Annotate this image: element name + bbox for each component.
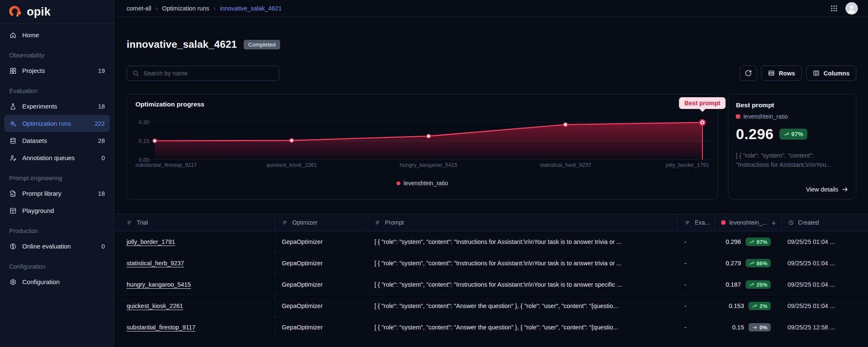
sidebar-item-count: 222 — [95, 120, 105, 127]
trend-up-icon — [749, 282, 754, 287]
delta-badge: 97% — [746, 238, 771, 246]
sidebar-item-experiments[interactable]: Experiments18 — [4, 98, 110, 115]
sidebar-item-label: Prompt library — [22, 190, 61, 197]
sidebar-item-count: 0 — [101, 243, 105, 250]
table-body: jolly_border_1791GepaOptimizer[ { "role"… — [115, 231, 868, 338]
sidebar-item-online-evaluation[interactable]: Online evaluation0 — [4, 238, 110, 255]
examples-cell: - — [678, 295, 714, 316]
trial-cell: statistical_herb_9237 — [115, 253, 275, 274]
examples-cell: - — [678, 253, 714, 274]
logo[interactable]: opik — [0, 0, 114, 24]
best-prompt-snippet: [ { "role": "system", "content": "Instru… — [736, 151, 848, 170]
breadcrumb-item[interactable]: innovative_salak_4621 — [220, 5, 282, 12]
trend-up-icon — [752, 303, 757, 309]
column-header-created[interactable]: Created — [781, 214, 868, 231]
sidebar-item-prompt-library[interactable]: Prompt library18 — [4, 185, 110, 202]
view-details-link[interactable]: View details — [806, 186, 848, 193]
sidebar-item-playground[interactable]: Playground — [4, 202, 110, 219]
sparkles-icon — [9, 120, 17, 127]
breadcrumb: comet-all›Optimization runs›innovative_s… — [127, 5, 282, 12]
columns-icon — [813, 70, 820, 77]
brain-icon — [9, 243, 17, 250]
optimizer-cell: GepaOptimizer — [275, 231, 368, 252]
trial-link[interactable]: substantial_firestop_9117 — [127, 324, 195, 331]
refresh-button[interactable] — [740, 65, 757, 81]
sidebar-item-annotation-queues[interactable]: Annotation queues0 — [4, 149, 110, 166]
score-cell: 0.18725% — [714, 274, 781, 295]
columns-button-label: Columns — [824, 70, 850, 77]
created-cell: 09/25/25 01:04 ... — [781, 295, 868, 316]
column-header-trial[interactable]: Trial — [115, 214, 275, 231]
delta-value: 97% — [756, 239, 767, 245]
score-cell: 0.1532% — [714, 295, 781, 316]
annotation-icon — [9, 154, 17, 162]
sidebar-item-count: 28 — [98, 137, 105, 144]
avatar[interactable] — [845, 2, 858, 15]
trial-link[interactable]: statistical_herb_9237 — [127, 260, 184, 267]
column-header-levenshtein[interactable]: levenshtein_... — [714, 214, 781, 231]
table-row[interactable]: substantial_firestop_9117GepaOptimizer[ … — [115, 317, 868, 338]
trend-up-icon — [784, 132, 789, 137]
home-icon — [9, 31, 17, 39]
sidebar-item-count: 18 — [98, 190, 105, 197]
sidebar-item-home[interactable]: Home — [4, 26, 110, 44]
table-row[interactable]: quickest_kiosk_2261GepaOptimizer[ { "rol… — [115, 295, 868, 317]
trial-cell: hungry_kangaroo_5415 — [115, 274, 275, 295]
score-value: 0.187 — [726, 281, 741, 288]
sidebar-section-header: Configuration — [4, 255, 110, 273]
optimization-progress-card: Optimization progress 0.000.150.30 subst… — [127, 94, 718, 199]
column-header-optimizer[interactable]: Optimizer — [275, 214, 368, 231]
sidebar-item-optimization-runs[interactable]: Optimization runs222 — [4, 115, 110, 132]
prompt-cell: [ { "role": "system", "content": "Answer… — [368, 317, 678, 338]
delta-badge: 2% — [748, 302, 771, 310]
sidebar-item-datasets[interactable]: Datasets28 — [4, 132, 110, 149]
sidebar-item-label: Configuration — [22, 278, 60, 285]
delta-value: 0% — [759, 324, 767, 331]
trial-link[interactable]: hungry_kangaroo_5415 — [127, 281, 191, 288]
best-prompt-delta-badge: 97% — [780, 129, 807, 140]
column-header-label: Prompt — [385, 219, 404, 226]
column-header-label: levenshtein_... — [729, 219, 767, 226]
table-row[interactable]: jolly_border_1791GepaOptimizer[ { "role"… — [115, 231, 868, 253]
optimizer-cell: GepaOptimizer — [275, 253, 368, 274]
table-row[interactable]: statistical_herb_9237GepaOptimizer[ { "r… — [115, 253, 868, 274]
score-cell: 0.29697% — [714, 231, 781, 252]
prompt-cell: [ { "role": "system", "content": "Instru… — [368, 253, 678, 274]
trial-link[interactable]: jolly_border_1791 — [127, 238, 175, 245]
table-row[interactable]: hungry_kangaroo_5415GepaOptimizer[ { "ro… — [115, 274, 868, 295]
apps-grid-icon[interactable] — [830, 5, 838, 12]
sidebar: opik HomeObservabilityProjects19Evaluati… — [0, 0, 114, 347]
columns-button[interactable]: Columns — [806, 65, 856, 81]
breadcrumb-item[interactable]: comet-all — [127, 5, 151, 12]
created-cell: 09/25/25 01:04 ... — [781, 231, 868, 252]
sidebar-item-label: Online evaluation — [22, 243, 71, 250]
column-header-label: Optimizer — [292, 219, 317, 226]
sidebar-item-configuration[interactable]: Configuration — [4, 273, 110, 290]
optimizer-cell: GepaOptimizer — [275, 274, 368, 295]
prompt-library-icon — [9, 190, 17, 197]
trial-link[interactable]: quickest_kiosk_2261 — [127, 303, 183, 309]
table-header-row: TrialOptimizerPromptExa...levenshtein_..… — [115, 214, 868, 231]
prompt-cell: [ { "role": "system", "content": "Instru… — [368, 274, 678, 295]
refresh-icon — [745, 70, 752, 77]
delta-value: 2% — [759, 303, 767, 309]
metric-dot-icon — [721, 220, 725, 225]
sidebar-section-header: Observability — [4, 44, 110, 62]
flask-icon — [9, 103, 17, 110]
sidebar-section-header: Evaluation — [4, 79, 110, 98]
column-header-exa[interactable]: Exa... — [678, 214, 714, 231]
best-prompt-title: Best prompt — [736, 101, 848, 109]
rows-icon — [768, 70, 775, 77]
arrow-right-icon — [842, 186, 848, 193]
column-header-prompt[interactable]: Prompt — [368, 214, 678, 231]
search-input[interactable] — [143, 70, 274, 77]
sidebar-item-label: Datasets — [22, 137, 47, 144]
created-cell: 09/25/25 12:58 ... — [781, 317, 868, 338]
breadcrumb-item[interactable]: Optimization runs — [162, 5, 209, 12]
trend-up-icon — [749, 261, 754, 266]
sidebar-item-projects[interactable]: Projects19 — [4, 62, 110, 79]
score-value: 0.296 — [726, 238, 741, 245]
examples-cell: - — [678, 231, 714, 252]
sidebar-nav: HomeObservabilityProjects19EvaluationExp… — [0, 24, 114, 293]
rows-button[interactable]: Rows — [761, 65, 802, 81]
